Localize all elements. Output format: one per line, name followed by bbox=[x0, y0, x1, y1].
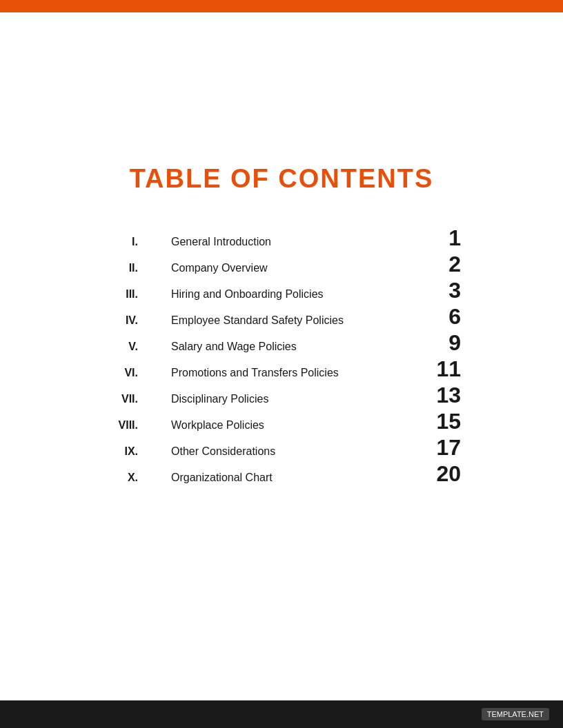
toc-row: IV.Employee Standard Safety Policies6 bbox=[102, 305, 461, 330]
toc-row: II.Company Overview2 bbox=[102, 253, 461, 278]
toc-numeral: II. bbox=[102, 258, 144, 274]
page-title: TABLE OF CONTENTS bbox=[130, 164, 434, 194]
toc-row: VII.Disciplinary Policies13 bbox=[102, 384, 461, 409]
toc-numeral: X. bbox=[102, 467, 144, 484]
toc-page-number: 13 bbox=[419, 384, 461, 407]
toc-label: Workplace Policies bbox=[144, 415, 419, 432]
toc-row: X.Organizational Chart20 bbox=[102, 463, 461, 487]
toc-label: Employee Standard Safety Policies bbox=[144, 310, 419, 327]
page-content: TABLE OF CONTENTS I.General Introduction… bbox=[0, 12, 563, 700]
toc-page-number: 3 bbox=[419, 279, 461, 303]
toc-label: Promotions and Transfers Policies bbox=[144, 363, 419, 379]
toc-label: Company Overview bbox=[144, 258, 419, 274]
toc-numeral: III. bbox=[102, 284, 144, 301]
toc-numeral: VIII. bbox=[102, 415, 144, 432]
toc-label: Other Considerations bbox=[144, 441, 419, 458]
toc-label: General Introduction bbox=[144, 232, 419, 248]
toc-label: Organizational Chart bbox=[144, 467, 419, 484]
toc-page-number: 20 bbox=[419, 463, 461, 486]
toc-numeral: IX. bbox=[102, 441, 144, 458]
toc-label: Salary and Wage Policies bbox=[144, 336, 419, 353]
toc-numeral: I. bbox=[102, 232, 144, 248]
toc-label: Disciplinary Policies bbox=[144, 389, 419, 405]
toc-page-number: 17 bbox=[419, 436, 461, 460]
toc-page-number: 1 bbox=[419, 227, 461, 250]
toc-numeral: IV. bbox=[102, 310, 144, 327]
toc-row: III.Hiring and Onboarding Policies3 bbox=[102, 279, 461, 304]
toc-page-number: 11 bbox=[419, 358, 461, 381]
toc-table: I.General Introduction1II.Company Overvi… bbox=[102, 227, 461, 489]
toc-row: VIII.Workplace Policies15 bbox=[102, 410, 461, 435]
toc-numeral: VII. bbox=[102, 389, 144, 405]
toc-label: Hiring and Onboarding Policies bbox=[144, 284, 419, 301]
toc-row: I.General Introduction1 bbox=[102, 227, 461, 252]
toc-row: V.Salary and Wage Policies9 bbox=[102, 332, 461, 356]
toc-page-number: 15 bbox=[419, 410, 461, 434]
toc-page-number: 6 bbox=[419, 305, 461, 329]
toc-numeral: V. bbox=[102, 336, 144, 353]
toc-numeral: VI. bbox=[102, 363, 144, 379]
toc-row: IX.Other Considerations17 bbox=[102, 436, 461, 461]
bottom-bar: TEMPLATE.NET bbox=[0, 700, 563, 728]
toc-page-number: 9 bbox=[419, 332, 461, 355]
toc-page-number: 2 bbox=[419, 253, 461, 276]
top-bar bbox=[0, 0, 563, 12]
template-badge: TEMPLATE.NET bbox=[482, 708, 549, 720]
toc-row: VI.Promotions and Transfers Policies11 bbox=[102, 358, 461, 383]
